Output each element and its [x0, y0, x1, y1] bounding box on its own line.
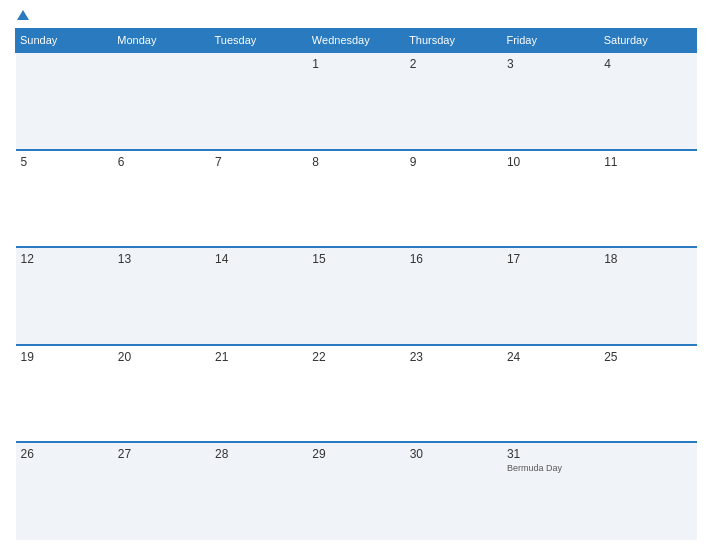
day-number: 11	[604, 155, 691, 169]
day-number: 9	[410, 155, 497, 169]
weekday-header: Tuesday	[210, 29, 307, 53]
calendar-day-cell: 31Bermuda Day	[502, 442, 599, 540]
logo-triangle-icon	[17, 10, 29, 20]
calendar-day-cell	[599, 442, 696, 540]
calendar-container: SundayMondayTuesdayWednesdayThursdayFrid…	[0, 0, 712, 550]
calendar-day-cell: 18	[599, 247, 696, 345]
day-number: 23	[410, 350, 497, 364]
weekday-header: Saturday	[599, 29, 696, 53]
weekday-header: Friday	[502, 29, 599, 53]
day-number: 26	[21, 447, 108, 461]
day-number: 8	[312, 155, 399, 169]
calendar-day-cell: 11	[599, 150, 696, 248]
calendar-day-cell: 9	[405, 150, 502, 248]
day-number: 27	[118, 447, 205, 461]
calendar-day-cell: 26	[16, 442, 113, 540]
day-number: 31	[507, 447, 594, 461]
calendar-day-cell: 12	[16, 247, 113, 345]
calendar-day-cell: 3	[502, 52, 599, 150]
calendar-day-cell: 2	[405, 52, 502, 150]
weekday-header: Thursday	[405, 29, 502, 53]
calendar-day-cell: 8	[307, 150, 404, 248]
day-number: 6	[118, 155, 205, 169]
calendar-week-row: 12131415161718	[16, 247, 697, 345]
event-label: Bermuda Day	[507, 463, 594, 473]
calendar-day-cell: 16	[405, 247, 502, 345]
day-number: 28	[215, 447, 302, 461]
calendar-day-cell: 6	[113, 150, 210, 248]
calendar-day-cell: 25	[599, 345, 696, 443]
calendar-body: 1234567891011121314151617181920212223242…	[16, 52, 697, 540]
calendar-day-cell: 1	[307, 52, 404, 150]
calendar-day-cell: 5	[16, 150, 113, 248]
day-number: 30	[410, 447, 497, 461]
day-number: 29	[312, 447, 399, 461]
day-number: 12	[21, 252, 108, 266]
weekday-header: Sunday	[16, 29, 113, 53]
calendar-header	[15, 10, 697, 20]
calendar-day-cell: 28	[210, 442, 307, 540]
calendar-day-cell: 19	[16, 345, 113, 443]
calendar-week-row: 567891011	[16, 150, 697, 248]
day-number: 10	[507, 155, 594, 169]
calendar-day-cell: 17	[502, 247, 599, 345]
calendar-header-row: SundayMondayTuesdayWednesdayThursdayFrid…	[16, 29, 697, 53]
day-number: 24	[507, 350, 594, 364]
calendar-day-cell: 23	[405, 345, 502, 443]
calendar-week-row: 262728293031Bermuda Day	[16, 442, 697, 540]
calendar-day-cell: 22	[307, 345, 404, 443]
calendar-day-cell	[210, 52, 307, 150]
calendar-day-cell: 7	[210, 150, 307, 248]
day-number: 22	[312, 350, 399, 364]
calendar-day-cell: 4	[599, 52, 696, 150]
calendar-day-cell: 21	[210, 345, 307, 443]
day-number: 17	[507, 252, 594, 266]
calendar-day-cell: 27	[113, 442, 210, 540]
day-number: 16	[410, 252, 497, 266]
calendar-day-cell: 15	[307, 247, 404, 345]
calendar-day-cell	[113, 52, 210, 150]
calendar-day-cell: 30	[405, 442, 502, 540]
calendar-week-row: 1234	[16, 52, 697, 150]
day-number: 25	[604, 350, 691, 364]
day-number: 1	[312, 57, 399, 71]
calendar-week-row: 19202122232425	[16, 345, 697, 443]
calendar-day-cell: 10	[502, 150, 599, 248]
weekday-header: Wednesday	[307, 29, 404, 53]
calendar-day-cell: 24	[502, 345, 599, 443]
day-number: 15	[312, 252, 399, 266]
day-number: 19	[21, 350, 108, 364]
day-number: 7	[215, 155, 302, 169]
day-number: 21	[215, 350, 302, 364]
day-number: 3	[507, 57, 594, 71]
day-number: 4	[604, 57, 691, 71]
calendar-day-cell: 13	[113, 247, 210, 345]
calendar-day-cell: 20	[113, 345, 210, 443]
day-number: 14	[215, 252, 302, 266]
day-number: 2	[410, 57, 497, 71]
day-number: 5	[21, 155, 108, 169]
calendar-day-cell: 29	[307, 442, 404, 540]
day-number: 18	[604, 252, 691, 266]
calendar-table: SundayMondayTuesdayWednesdayThursdayFrid…	[15, 28, 697, 540]
weekday-header: Monday	[113, 29, 210, 53]
calendar-day-cell: 14	[210, 247, 307, 345]
day-number: 20	[118, 350, 205, 364]
calendar-day-cell	[16, 52, 113, 150]
logo	[15, 10, 29, 20]
day-number: 13	[118, 252, 205, 266]
